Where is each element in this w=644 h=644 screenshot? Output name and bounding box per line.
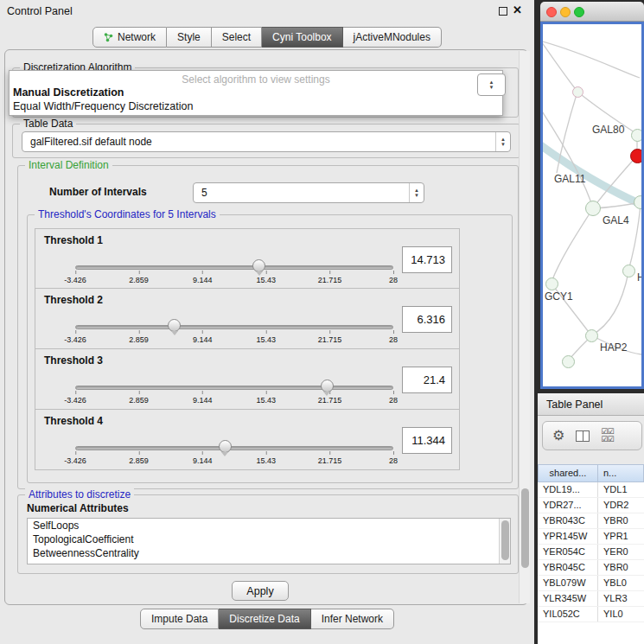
threshold-value-field[interactable]: 11.344 — [402, 427, 452, 454]
threshold-label: Threshold 2 — [44, 294, 103, 306]
threshold-slider[interactable] — [75, 436, 393, 456]
top-tab-bar: NetworkStyleSelectCyni ToolboxjActiveMNo… — [0, 27, 534, 48]
slider-scale: -3.4262.8599.14415.4321.71528 — [75, 456, 393, 466]
network-node[interactable] — [631, 129, 644, 142]
scale-label: 21.715 — [318, 456, 342, 465]
table-row[interactable]: YDR27...YDR2 — [538, 498, 644, 513]
table-row[interactable]: YPR145WYPR1 — [538, 529, 644, 545]
table-row[interactable]: YIL052CYIL0 — [538, 607, 644, 622]
table-body[interactable]: YDL19...YDL1YDR27...YDR2YBR043CYBR0YPR14… — [538, 482, 644, 644]
column-header-name[interactable]: n... — [598, 464, 644, 482]
apply-button[interactable]: Apply — [232, 581, 289, 601]
algorithm-option-manual[interactable]: Manual Discretization — [13, 86, 124, 99]
control-panel-titlebar: Control Panel ✕ — [0, 0, 534, 22]
stepper-icon[interactable]: ▲▼ — [495, 132, 510, 151]
algorithm-combo-stepper[interactable]: ▲▼ — [477, 73, 506, 96]
network-node[interactable] — [634, 195, 644, 209]
select-columns-icon[interactable]: ☑☑☑☑ — [601, 428, 613, 443]
node-label-gal4: GAL4 — [603, 214, 629, 226]
network-node-selected[interactable] — [630, 149, 644, 163]
table-data-combobox[interactable]: galFiltered.sif default node ▲▼ — [22, 131, 511, 152]
tick-mark — [393, 271, 394, 274]
table-cell: YDL19... — [538, 482, 598, 497]
tab-label: Impute Data — [151, 613, 207, 625]
mac-minimize-button[interactable] — [560, 7, 571, 17]
threshold-slider[interactable] — [75, 315, 393, 335]
network-node[interactable] — [622, 265, 635, 277]
network-node[interactable] — [572, 86, 583, 98]
tick-mark — [139, 391, 140, 394]
list-scrollbar[interactable] — [499, 519, 510, 564]
scrollbar-thumb[interactable] — [521, 488, 529, 568]
mac-close-button[interactable] — [546, 7, 557, 17]
threshold-slider[interactable] — [75, 375, 393, 396]
tab-jactivemnodules[interactable]: jActiveMNodules — [343, 27, 442, 48]
slider-track[interactable] — [75, 446, 393, 450]
tab-cyni-toolbox[interactable]: Cyni Toolbox — [262, 27, 342, 48]
slider-thumb[interactable] — [321, 379, 334, 392]
attribute-item-betweennesscentrality[interactable]: BetweennessCentrality — [28, 546, 510, 560]
slider-thumb[interactable] — [168, 319, 181, 332]
number-of-intervals-value: 5 — [194, 183, 409, 202]
attribute-item-selfloops[interactable]: SelfLoops — [28, 519, 510, 532]
slider-track[interactable] — [75, 265, 393, 270]
tab-infer-network[interactable]: Infer Network — [311, 609, 394, 629]
panel-scrollbar[interactable] — [519, 51, 530, 603]
column-header-shared-name[interactable]: shared... — [538, 464, 598, 482]
tick-mark — [393, 391, 394, 394]
threshold-value-field[interactable]: 14.713 — [402, 246, 452, 273]
threshold-slider[interactable] — [75, 255, 393, 276]
numerical-attributes-list[interactable]: SelfLoopsTopologicalCoefficientBetweenne… — [27, 518, 511, 564]
table-row[interactable]: YLR345WYLR3 — [538, 591, 644, 607]
node-label-gcy1: GCY1 — [545, 290, 573, 303]
algorithm-option-equal-width[interactable]: Equal Width/Frequency Discretization — [13, 100, 193, 112]
table-row[interactable]: YDL19...YDL1 — [538, 482, 644, 498]
table-row[interactable]: YBR045CYBR0 — [538, 560, 644, 576]
gear-icon[interactable]: ⚙ — [552, 429, 564, 443]
tick-mark — [75, 330, 76, 334]
network-window-titlebar[interactable] — [540, 2, 644, 22]
scale-label: -3.426 — [64, 456, 86, 465]
number-of-intervals-combobox[interactable]: 5 ▲▼ — [193, 182, 424, 203]
table-row[interactable]: YBL079WYBL0 — [538, 576, 644, 591]
slider-scale: -3.4262.8599.14415.4321.71528 — [75, 276, 393, 285]
tab-label: Cyni Toolbox — [272, 31, 331, 43]
threshold-value-field[interactable]: 21.4 — [402, 367, 452, 393]
number-of-intervals-label: Number of Intervals — [49, 186, 147, 198]
network-canvas[interactable]: GAL80GAL11GAL4GCY1HAP2H — [540, 22, 644, 389]
slider-track[interactable] — [75, 325, 393, 329]
slider-track[interactable] — [75, 386, 393, 390]
table-panel-titlebar: Table Panel — [538, 393, 644, 416]
table-row[interactable]: YBR043CYBR0 — [538, 513, 644, 529]
network-node[interactable] — [545, 277, 558, 290]
table-row[interactable]: YER054CYER0 — [538, 545, 644, 560]
stepper-icon[interactable]: ▲▼ — [409, 183, 424, 202]
close-icon[interactable]: ✕ — [513, 3, 522, 16]
tab-impute-data[interactable]: Impute Data — [140, 609, 219, 629]
attribute-item-topologicalcoefficient[interactable]: TopologicalCoefficient — [28, 532, 510, 546]
scale-label: 2.859 — [129, 276, 149, 284]
numerical-attributes-label: Numerical Attributes — [27, 502, 129, 514]
network-node[interactable] — [585, 329, 598, 342]
attributes-group: Attributes to discretize Numerical Attri… — [17, 494, 519, 574]
mac-zoom-button[interactable] — [574, 7, 584, 17]
tick-mark — [202, 271, 203, 274]
scrollbar-thumb[interactable] — [501, 520, 509, 560]
float-window-icon[interactable] — [499, 7, 507, 16]
tab-style[interactable]: Style — [167, 27, 212, 48]
table-cell: YBR0 — [598, 560, 644, 575]
tab-discretize-data[interactable]: Discretize Data — [219, 609, 310, 629]
tab-label: jActiveMNodules — [354, 31, 430, 43]
scale-label: -3.426 — [64, 276, 86, 284]
thresholds-group: Threshold's Coordinates for 5 Intervals … — [27, 214, 513, 483]
node-label-hap2: HAP2 — [600, 341, 627, 354]
slider-thumb[interactable] — [219, 440, 232, 453]
slider-thumb[interactable] — [252, 259, 265, 272]
network-node[interactable] — [562, 355, 575, 368]
network-node[interactable] — [585, 201, 601, 216]
columns-icon[interactable] — [576, 430, 590, 442]
tab-select[interactable]: Select — [212, 27, 262, 48]
tab-network[interactable]: Network — [92, 27, 167, 48]
threshold-value-field[interactable]: 6.316 — [402, 306, 452, 333]
tab-label: Select — [222, 31, 251, 43]
